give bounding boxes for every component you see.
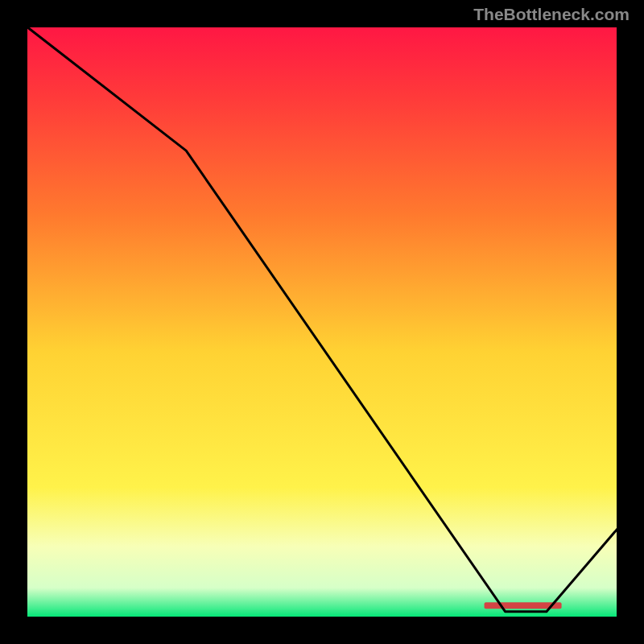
bottleneck-chart: TheBottleneck.com [0, 0, 644, 644]
chart-svg [0, 0, 644, 644]
plot-background [27, 27, 617, 617]
